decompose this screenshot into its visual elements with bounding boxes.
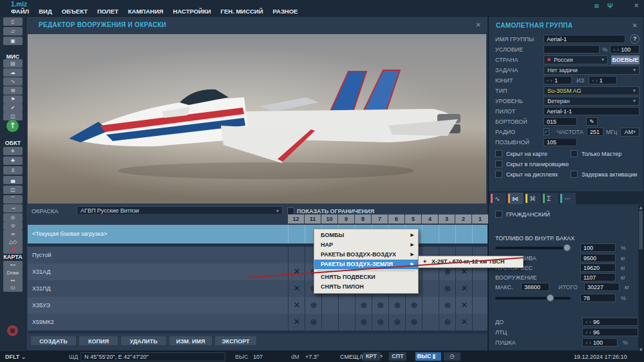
group-name-input[interactable]: Aerial-1 [544, 35, 625, 43]
editor-close-icon[interactable]: ✕ [476, 21, 481, 28]
pylon-cell-1[interactable] [472, 280, 489, 297]
stepper-arrows-icon[interactable]: ‹ › [613, 47, 619, 53]
add-static-button[interactable]: ◫ [3, 186, 23, 194]
pylon-cell-12[interactable]: ✕ [288, 263, 305, 280]
pylon-cell-6[interactable]: ⊗ [388, 314, 406, 330]
loadout-row-х35уэ[interactable]: Х35УЭ✕⊗⊗⊗⊗⊗⊗✕ [28, 297, 488, 314]
max-weight-input[interactable]: 38800 [521, 283, 549, 291]
action-delete-button[interactable]: УДАЛИТЬ [120, 336, 167, 346]
help-button[interactable]: ? [630, 34, 639, 44]
menu-кампания[interactable]: КАМПАНИЯ [128, 8, 164, 15]
fuel-slider[interactable] [495, 247, 571, 249]
action-create-button[interactable]: СОЗДАТЬ [30, 336, 77, 346]
chaff-stepper[interactable]: ‹ ›96 [582, 318, 638, 326]
tab-summary[interactable]: Σ [542, 193, 558, 204]
task-dropdown[interactable]: Нет задачи▾ [544, 66, 639, 75]
gun-stepper[interactable]: ‹ ›100 [582, 338, 618, 347]
antenna-icon[interactable]: Ψ [607, 2, 613, 10]
pilot-input[interactable]: Aerial-1-1 [544, 107, 639, 115]
pylon-cell-9[interactable] [338, 297, 355, 314]
probability-stepper[interactable]: ‹ ›100 [610, 45, 639, 53]
context-menu-item[interactable]: НАР▶ [314, 240, 418, 250]
action-copy-button[interactable]: КОПИЯ [79, 336, 118, 346]
add-airplane-button[interactable]: ✈ [3, 147, 23, 155]
zone-button[interactable]: ⊙ [3, 222, 23, 230]
goals-button[interactable]: ✔ [3, 104, 23, 112]
combatants-button[interactable]: БОЕВЫЕ [611, 55, 639, 64]
frequency-input[interactable]: 251 [587, 128, 603, 136]
hidden-map-checkbox[interactable] [495, 150, 502, 157]
menu-вид[interactable]: ВИД [39, 8, 52, 15]
menu-полет[interactable]: ПОЛЕТ [97, 8, 118, 15]
briefing-button[interactable]: ▤ [3, 59, 23, 68]
pylon-cell-4[interactable] [422, 314, 439, 330]
fuel-slider-knob[interactable] [564, 244, 571, 251]
record-button[interactable] [7, 325, 18, 336]
wifi-icon[interactable]: ≋ [594, 2, 600, 10]
add-helicopter-button[interactable]: ✚ [3, 157, 23, 165]
pylon-cell-9[interactable] [338, 314, 355, 330]
civilian-checkbox[interactable] [495, 211, 502, 218]
pylon-cell-10[interactable] [321, 297, 339, 314]
hidden-mfd-checkbox[interactable] [495, 171, 502, 178]
rect-tool-button[interactable]: ▭ [3, 283, 23, 292]
menu-ген. миссий[interactable]: ГЕН. МИССИЙ [221, 8, 263, 15]
pylon-cell-7[interactable]: ⊗ [372, 314, 389, 330]
context-menu-item[interactable]: СНЯТЬ ПИЛОН [314, 282, 418, 292]
pylon-cell-12[interactable]: ✕ [288, 314, 305, 330]
route-tool-button[interactable]: ∿ [3, 77, 23, 86]
load-slider-knob[interactable] [547, 294, 554, 301]
menu-настройки[interactable]: НАСТРОЙКИ [173, 8, 211, 15]
pylon-cell-12[interactable] [288, 247, 305, 263]
load-percent-input[interactable]: 78 [580, 294, 616, 302]
late-activation-checkbox[interactable] [571, 171, 578, 178]
pylon-cell-4[interactable] [422, 297, 439, 314]
pylon-cell-12[interactable]: ✕ [288, 280, 305, 297]
pylon-cell-2[interactable]: ✕ [455, 314, 473, 330]
add-waypoint-button[interactable]: ⊸ [3, 204, 23, 213]
pylon-cell-8[interactable]: ⊗ [355, 314, 372, 330]
context-menu-item[interactable]: СНЯТЬ ПОДВЕСКИ [314, 272, 418, 282]
context-menu-item[interactable]: РАКЕТЫ ВОЗДУХ-ВОЗДУХ▶ [314, 250, 418, 260]
pylon-cell-11[interactable]: ⊗ [305, 314, 322, 330]
edit-board-icon[interactable]: ✎ [586, 117, 598, 126]
pylon-cell-10[interactable] [321, 314, 339, 330]
pylon-cell-3[interactable]: ⊗ [439, 297, 456, 314]
callsign-input[interactable]: 105 [544, 138, 577, 146]
fly-mission-button[interactable]: ↑ [6, 120, 19, 132]
master-only-checkbox[interactable] [571, 150, 578, 157]
pylon-cell-2[interactable]: ✕ [455, 280, 473, 297]
modulation-dropdown[interactable]: AM▾ [620, 128, 639, 137]
pylon-cell-2[interactable]: ✕ [455, 297, 473, 314]
gates-button[interactable]: ⊞ [3, 86, 23, 95]
skill-dropdown[interactable]: Ветеран▾ [544, 97, 639, 106]
pylon-cell-3[interactable]: ⊗ [439, 314, 456, 330]
toggle-спт[interactable]: СПТ [389, 352, 406, 361]
menu-файл[interactable]: ФАЙЛ [11, 8, 29, 15]
new-mission-button[interactable]: ▯ [3, 17, 23, 26]
add-vehicle-button[interactable]: ▄ [3, 176, 23, 184]
country-dropdown[interactable]: Россия▾ [544, 55, 608, 64]
pylon-cell-5[interactable]: ⊗ [405, 297, 422, 314]
pylon-cell-1[interactable] [472, 314, 489, 330]
radio-checkbox[interactable]: ✓ [544, 128, 549, 135]
pylon-cell-6[interactable]: ⊗ [388, 297, 406, 314]
context-menu-item[interactable]: БОМБЫ▶ [314, 231, 418, 240]
pylon-cell-1[interactable] [472, 297, 489, 314]
layer-selector[interactable]: DFLT ⌄ [5, 354, 26, 360]
action-rename-button[interactable]: ИЗМ. ИМЯ [169, 336, 213, 346]
pylon-cell-5[interactable]: ⊗ [405, 314, 422, 330]
window-close-icon[interactable]: ✕ [634, 2, 639, 9]
pylon-cell-8[interactable]: ⊗ [355, 297, 372, 314]
load-slider[interactable] [495, 297, 571, 300]
pylon-cell-3[interactable]: ⊗ [439, 280, 456, 297]
pylon-cell-12[interactable]: ✕ [288, 297, 305, 314]
unit-stepper[interactable]: ‹ ›1 [544, 76, 572, 84]
add-ship-button[interactable]: ⚓ [3, 166, 23, 175]
scroll-up-icon[interactable]: ▲ [638, 205, 643, 209]
save-mission-button[interactable]: ▣ [3, 37, 23, 45]
fuel-percent-input[interactable]: 100 [580, 243, 616, 252]
open-mission-button[interactable]: ▱ [3, 27, 23, 35]
loadout-row-х59мк2[interactable]: Х59МК2✕⊗⊗⊗⊗⊗⊗✕ [28, 314, 488, 330]
hidden-planner-checkbox[interactable] [495, 160, 502, 167]
